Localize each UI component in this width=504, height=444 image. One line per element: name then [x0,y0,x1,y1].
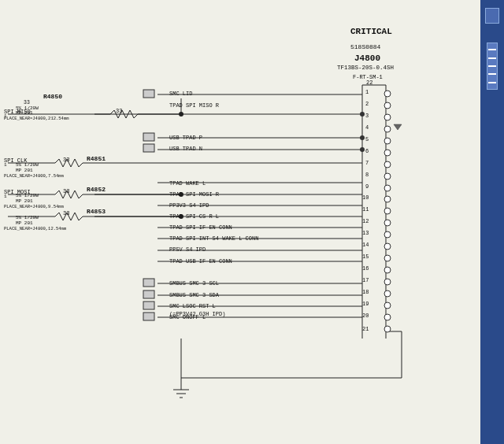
pin6-num: 6 [365,148,369,154]
pin3-num: 3 [365,113,369,119]
pin15-num: 15 [362,253,369,260]
r4851-val2: 33 [63,157,69,163]
pin13-num: 13 [362,230,369,236]
svg-point-62 [384,279,391,285]
indicator-line-3 [488,65,496,67]
net-tpad-cs: TPAD SPI CS R L [169,213,219,220]
r4850-val2: 33 [116,108,122,114]
net-tpad-int: TPAD SPI INT S4 WAKE L CONN [169,235,258,242]
svg-point-61 [384,267,391,273]
svg-point-69 [360,147,365,152]
pin11-num: 11 [362,206,369,213]
net-tpad-wake: TPAD WAKE L [169,180,206,187]
svg-point-68 [360,135,365,140]
footprint: TF13BS-20S-0.4SH [337,65,394,71]
r4853-pkg: MP 201 [16,220,33,226]
svg-point-59 [384,243,391,250]
net-smbus-sda: SMBUS SMC 3 SDA [169,292,219,298]
spi-mosi-pin: 1 [4,194,7,199]
svg-point-26 [179,112,183,117]
net-tpad-usb-en: TPAD USB IF EN CONN [169,258,232,265]
r4851-pkg: MP 201 [16,168,33,173]
svg-point-55 [384,196,391,202]
pin7-num: 7 [365,160,369,166]
r4852-val2: 33 [63,188,69,194]
wire-layer [0,0,480,444]
r4852-note: PLACE_NEAR=J4800,9.54mm [4,204,64,209]
net-smc-lsoc: SMC LSOC RST L [169,303,216,309]
pin22-label: 22 [366,80,372,86]
pin8-num: 8 [365,172,369,178]
svg-rect-39 [143,279,154,287]
net-pp5v: PP5V S4 IPD [169,246,206,253]
pin5-num: 5 [365,136,369,142]
svg-point-46 [384,91,391,97]
svg-rect-40 [143,290,154,298]
svg-point-56 [384,208,391,214]
critical-label: CRITICAL [350,27,392,36]
svg-point-58 [384,231,391,238]
svg-rect-41 [143,302,154,309]
svg-point-53 [384,173,391,179]
spi-clk-pin: 1 [4,162,7,168]
r4850-note: PLACE_NEAR=J4800,212.54mm [4,116,69,121]
svg-point-50 [384,138,391,144]
pin20-num: 20 [362,313,369,319]
net-pp3v3: PP3V3 S4 IPD [169,202,209,209]
pin12-num: 12 [362,218,369,224]
svg-point-64 [384,302,391,309]
spi-clk-sig: SPI CLK [4,157,27,164]
indicator-line-5 [488,82,496,83]
svg-rect-42 [143,313,154,320]
r4850-ref: R4850 [43,93,62,100]
svg-rect-43 [143,133,154,141]
pin17-num: 17 [362,277,369,283]
svg-point-52 [384,161,391,168]
svg-point-51 [384,150,391,156]
r4853-val2: 33 [63,210,69,216]
svg-point-49 [384,126,391,132]
svg-point-65 [384,314,391,320]
part-number: 518S0884 [350,43,380,50]
spi-miso-pin: 1 [4,113,7,119]
pin19-num: 19 [362,301,369,307]
pin16-num: 16 [362,265,369,272]
pin4-num: 4 [365,124,369,131]
net-smbus-scl: SMBUS SMC 3 SCL [169,280,219,287]
net-tpad-mosi: TPAD SPI MOSI R [169,191,219,198]
pin21-num: 21 [362,326,369,332]
r4853-ref: R4853 [87,208,106,215]
indicator-line-2 [488,57,496,59]
r4853-note: PLACE_NEAR=J4800,12.54mm [4,226,66,231]
pin14-num: 14 [362,242,369,248]
panel-indicator [487,43,498,90]
svg-point-60 [384,255,391,261]
svg-point-66 [384,326,391,332]
indicator-line-4 [488,73,496,75]
net-usb-n: USB TPAD N [169,146,202,152]
r4850-val: 33 [24,100,30,105]
pin10-num: 10 [362,194,369,201]
pin2-num: 2 [365,101,369,107]
svg-rect-45 [143,90,154,98]
pin9-num: 9 [365,183,369,190]
spi-miso-sig: SPI MISO [4,109,31,115]
svg-point-54 [384,185,391,191]
net-usb-p: USB TPAD P [169,135,202,141]
svg-rect-44 [143,144,154,152]
r4853-type: 5% 1/20W [16,215,39,220]
pin18-num: 18 [362,289,369,295]
net-smc-lid: SMC LID [169,91,192,97]
svg-point-63 [384,290,391,297]
r4852-ref: R4852 [87,186,106,193]
schematic-canvas: CRITICAL 518S0884 J4800 TF13BS-20S-0.4SH… [0,0,480,444]
spi-mosi-sig: SPI MOSI [4,189,31,195]
right-panel [480,0,504,444]
svg-point-57 [384,220,391,226]
svg-point-48 [384,114,391,120]
connector-ref: J4800 [354,54,380,63]
net-tpad-miso: TPAD SPI MISO R [169,102,219,109]
net-tpad-if-en: TPAD SPI IF EN CONN [169,224,232,231]
r4852-pkg: MP 201 [16,198,33,204]
svg-point-67 [360,112,365,117]
